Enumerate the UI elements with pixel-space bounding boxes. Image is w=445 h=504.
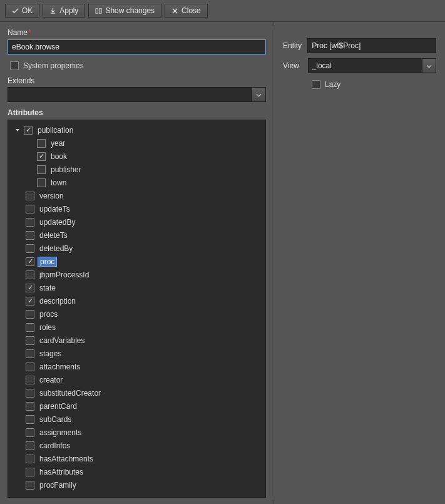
tree-row[interactable]: state	[12, 281, 262, 294]
tree-label[interactable]: substitutedCreator	[38, 388, 103, 398]
extends-dropdown-button[interactable]	[252, 87, 266, 102]
tree-row[interactable]: roles	[12, 321, 262, 334]
tree-label[interactable]: cardInfos	[38, 441, 72, 451]
tree-checkbox[interactable]	[26, 257, 34, 266]
ok-button[interactable]: OK	[5, 4, 39, 18]
tree-label[interactable]: subCards	[38, 414, 73, 424]
name-input[interactable]	[8, 39, 266, 54]
tree-row[interactable]: publisher	[12, 163, 262, 176]
tree-row[interactable]: procFamily	[12, 478, 262, 491]
tree-label[interactable]: parentCard	[38, 401, 79, 411]
system-properties-checkbox[interactable]: System properties	[10, 61, 84, 70]
tree-checkbox[interactable]	[26, 455, 34, 463]
tree-row[interactable]: cardInfos	[12, 439, 262, 452]
tree-row[interactable]: town	[12, 176, 262, 189]
tree-row[interactable]: updatedBy	[12, 215, 262, 229]
show-changes-button[interactable]: Show changes	[88, 4, 161, 18]
tree-row[interactable]: hasAttachments	[12, 452, 262, 465]
tree-row[interactable]: deleteTs	[12, 229, 262, 242]
tree-label[interactable]: book	[49, 152, 69, 162]
tree-label[interactable]: description	[38, 296, 78, 306]
tree-checkbox[interactable]	[26, 284, 34, 292]
tree-checkbox[interactable]	[24, 126, 33, 135]
tree-label[interactable]: deleteTs	[38, 230, 69, 240]
tree-label[interactable]: updatedBy	[38, 217, 77, 227]
tree-checkbox[interactable]	[26, 218, 34, 227]
tree-checkbox[interactable]	[37, 139, 46, 148]
tree-checkbox[interactable]	[26, 310, 34, 319]
tree-label[interactable]: updateTs	[38, 204, 72, 214]
tree-row[interactable]: jbpmProcessId	[12, 268, 262, 281]
lazy-checkbox[interactable]: Lazy	[312, 80, 340, 89]
tree-checkbox[interactable]	[26, 402, 34, 411]
tree-row[interactable]: book	[12, 150, 262, 163]
tree-checkbox[interactable]	[26, 323, 34, 332]
tree-checkbox[interactable]	[26, 336, 34, 345]
tree-label[interactable]: assignments	[38, 428, 83, 438]
view-dropdown-button[interactable]	[422, 58, 436, 73]
close-label: Close	[182, 6, 201, 15]
tree-label[interactable]: cardVariables	[38, 336, 86, 346]
tree-label[interactable]: hasAttachments	[38, 454, 95, 464]
tree-row[interactable]: year	[12, 136, 262, 150]
tree-row[interactable]: parentCard	[12, 399, 262, 413]
close-button[interactable]: Close	[165, 4, 208, 18]
tree-label[interactable]: version	[38, 191, 66, 201]
tree-label[interactable]: publication	[36, 125, 75, 135]
collapse-icon[interactable]	[14, 127, 21, 133]
tree-label[interactable]: attachments	[38, 362, 82, 372]
tree-row[interactable]: procs	[12, 307, 262, 321]
tree-label[interactable]: stages	[38, 349, 63, 359]
tree-row[interactable]: assignments	[12, 426, 262, 439]
tree-checkbox[interactable]	[26, 468, 34, 476]
tree-row[interactable]: attachments	[12, 360, 262, 373]
tree-checkbox[interactable]	[26, 441, 34, 450]
tree-row[interactable]: proc	[12, 255, 262, 268]
tree-checkbox[interactable]	[26, 244, 34, 253]
tree-checkbox[interactable]	[37, 178, 46, 187]
tree-row[interactable]: subCards	[12, 413, 262, 426]
tree-row[interactable]: stages	[12, 347, 262, 360]
tree-checkbox[interactable]	[26, 349, 34, 358]
tree-checkbox[interactable]	[26, 428, 34, 437]
tree-checkbox[interactable]	[26, 363, 34, 371]
tree-checkbox[interactable]	[37, 152, 46, 161]
tree-checkbox[interactable]	[26, 481, 34, 490]
view-select[interactable]: _local	[308, 58, 436, 73]
tree-label[interactable]: publisher	[49, 165, 83, 175]
tree-label[interactable]: year	[49, 138, 67, 148]
tree-label[interactable]: proc	[38, 257, 57, 267]
attributes-tree[interactable]: publicationyearbookpublishertownversionu…	[8, 120, 266, 498]
tree-label[interactable]: roles	[38, 322, 58, 332]
tree-checkbox[interactable]	[26, 297, 34, 306]
tree-row[interactable]: cardVariables	[12, 334, 262, 347]
tree-row[interactable]: version	[12, 189, 262, 202]
tree-checkbox[interactable]	[26, 415, 34, 424]
entity-input[interactable]	[307, 38, 436, 53]
tree-row[interactable]: updateTs	[12, 202, 262, 215]
tree-checkbox[interactable]	[26, 376, 34, 384]
apply-button[interactable]: Apply	[43, 4, 85, 18]
tree-label[interactable]: deletedBy	[38, 244, 74, 254]
tree-row[interactable]: publication	[12, 123, 262, 136]
tree-checkbox[interactable]	[26, 389, 34, 398]
tree-label[interactable]: jbpmProcessId	[38, 270, 91, 280]
tree-label[interactable]: town	[49, 178, 68, 188]
tree-checkbox[interactable]	[26, 231, 34, 240]
tree-label[interactable]: creator	[38, 375, 64, 385]
tree-row[interactable]: deletedBy	[12, 242, 262, 255]
left-panel: Name* System properties Extends Attribut…	[0, 22, 274, 504]
tree-row[interactable]: hasAttributes	[12, 465, 262, 478]
extends-select[interactable]	[8, 87, 266, 102]
tree-checkbox[interactable]	[26, 270, 34, 279]
tree-checkbox[interactable]	[37, 165, 46, 174]
tree-row[interactable]: creator	[12, 373, 262, 386]
tree-row[interactable]: description	[12, 294, 262, 307]
tree-label[interactable]: hasAttributes	[38, 467, 85, 477]
tree-label[interactable]: state	[38, 283, 58, 293]
tree-checkbox[interactable]	[26, 205, 34, 213]
tree-row[interactable]: substitutedCreator	[12, 386, 262, 399]
tree-label[interactable]: procFamily	[38, 480, 78, 490]
tree-checkbox[interactable]	[26, 192, 34, 200]
tree-label[interactable]: procs	[38, 309, 59, 319]
